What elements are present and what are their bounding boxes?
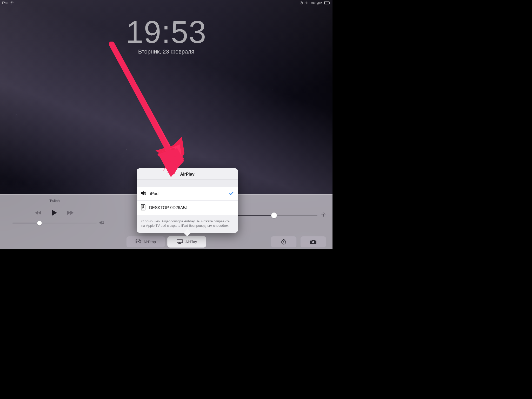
airdrop-button[interactable]: AirDrop [126, 236, 165, 248]
svg-rect-4 [330, 2, 330, 3]
airdrop-icon [136, 239, 141, 245]
lock-date: Вторник, 23 февраля [0, 48, 332, 55]
airplay-popover: AirPlay iPad DESKTOP-0D26A5J С помощью В… [137, 168, 238, 233]
airplay-device-name: iPad [150, 191, 158, 196]
play-button[interactable] [52, 210, 57, 217]
camera-button[interactable] [300, 236, 326, 248]
volume-icon [99, 221, 104, 226]
now-playing-title: Twitch [0, 199, 109, 203]
orientation-lock-icon [300, 1, 303, 4]
airplay-device-row[interactable]: DESKTOP-0D26A5J [137, 201, 238, 215]
battery-status-text: Нет зарядки [304, 1, 322, 5]
svg-rect-1 [301, 3, 302, 3]
wifi-icon [10, 2, 14, 4]
brightness-high-icon [321, 212, 326, 218]
lock-time: 19:53 [0, 14, 332, 50]
timer-button[interactable] [271, 236, 297, 248]
airplay-button[interactable]: AirPlay [167, 236, 206, 248]
svg-point-5 [323, 214, 324, 216]
airdrop-label: AirDrop [143, 240, 156, 244]
airplay-label: AirPlay [185, 240, 197, 244]
status-bar: iPad Нет зарядки [0, 0, 332, 6]
airplay-device-name: DESKTOP-0D26A5J [149, 205, 187, 210]
check-icon [229, 191, 234, 196]
airplay-popover-footer: С помощью Видеоповтора AirPlay Вы можете… [137, 215, 238, 233]
lock-screen-clock: 19:53 Вторник, 23 февраля [0, 14, 332, 55]
display-device-icon [141, 204, 145, 211]
svg-point-17 [283, 242, 284, 242]
airplay-popover-title: AirPlay [137, 168, 238, 179]
svg-line-13 [324, 213, 325, 214]
svg-point-18 [312, 241, 314, 243]
airplay-icon [177, 239, 183, 245]
airplay-device-row[interactable]: iPad [137, 187, 238, 201]
playback-controls [0, 210, 109, 217]
svg-rect-3 [324, 2, 325, 4]
brightness-slider[interactable] [223, 212, 332, 218]
battery-icon [324, 1, 330, 4]
svg-point-21 [142, 207, 144, 209]
next-track-button[interactable] [67, 210, 75, 216]
speaker-icon [141, 191, 147, 197]
svg-line-10 [322, 213, 322, 214]
svg-point-14 [138, 241, 139, 242]
previous-track-button[interactable] [35, 210, 42, 216]
svg-line-11 [324, 216, 325, 216]
svg-point-20 [143, 205, 144, 207]
svg-line-12 [322, 216, 322, 216]
device-name: iPad [2, 1, 8, 5]
volume-slider[interactable] [12, 223, 97, 223]
